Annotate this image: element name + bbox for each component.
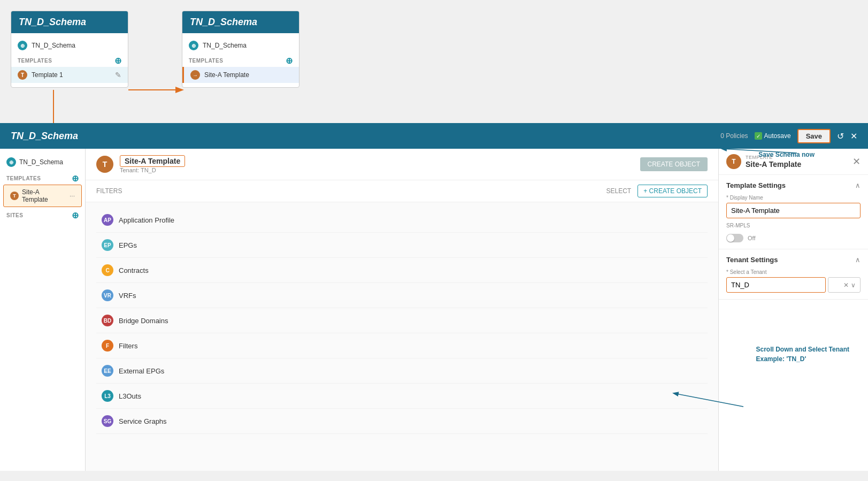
sidebar-template-item[interactable]: T Site-A Template ··· — [3, 185, 82, 207]
object-list: AP Application Profile EP EPGs C Contrac… — [86, 202, 718, 439]
object-item[interactable]: VR VRFs — [96, 283, 708, 308]
clear-icon[interactable]: ✕ — [843, 281, 849, 289]
object-item[interactable]: SG Service Graphs — [96, 409, 708, 434]
autosave-checkbox[interactable]: ✓ — [755, 132, 762, 140]
card1-template-edit-icon[interactable]: ✎ — [115, 71, 121, 79]
schema-card-1: TN_D_Schema ⊕ TN_D_Schema TEMPLATES ⊕ T … — [11, 11, 128, 88]
tenant-select-container: * Select a Tenant ✕ ∨ — [726, 269, 861, 293]
content-area: T Site-A Template Tenant: TN_D CREATE OB… — [86, 149, 718, 471]
tenant-settings-section: Tenant Settings ∧ * Select a Tenant ✕ ∨ — [719, 249, 868, 300]
filter-create-object-btn[interactable]: + CREATE OBJECT — [637, 185, 708, 197]
template-header-icon: T — [96, 156, 113, 173]
card2-schema-name: TN_D_Schema — [203, 42, 247, 49]
object-label: Contracts — [119, 266, 149, 274]
object-label: Application Profile — [119, 216, 174, 224]
sidebar-template-icon: T — [10, 192, 19, 200]
template-header: T Site-A Template Tenant: TN_D CREATE OB… — [86, 149, 718, 180]
object-item[interactable]: AP Application Profile — [96, 208, 708, 233]
chevron-down-icon[interactable]: ∨ — [851, 281, 856, 289]
object-icon: EP — [102, 239, 113, 251]
sidebar-template-name: Site-A Template — [22, 188, 66, 203]
object-icon: L3 — [102, 390, 113, 402]
card1-template-icon: T — [18, 70, 27, 80]
template-header-info: Site-A Template Tenant: TN_D — [120, 155, 634, 173]
object-label: Bridge Domains — [119, 317, 168, 325]
display-name-label: * Display Name — [726, 195, 861, 201]
topbar-autosave: ✓ Autosave — [755, 132, 791, 140]
template-settings-header: Template Settings ∧ — [726, 181, 861, 189]
template-settings-collapse-btn[interactable]: ∧ — [855, 181, 861, 189]
object-item[interactable]: EE External EPGs — [96, 358, 708, 384]
card2-schema-icon: ⊕ — [189, 41, 198, 50]
template-header-name: Site-A Template — [120, 155, 185, 167]
topbar-policies: 0 Policies — [720, 132, 748, 140]
card1-schema-row: ⊕ TN_D_Schema — [11, 37, 128, 54]
object-label: EPGs — [119, 241, 137, 249]
object-item[interactable]: L3 L3Outs — [96, 384, 708, 409]
filters-label: FILTERS — [96, 187, 122, 195]
card1-template-1[interactable]: T Template 1 ✎ — [11, 67, 128, 83]
sidebar-template-more-btn[interactable]: ··· — [70, 192, 75, 200]
refresh-button[interactable]: ↺ — [837, 131, 844, 141]
card1-schema-name: TN_D_Schema — [32, 42, 75, 49]
topbar: TN_D_Schema 0 Policies ✓ Autosave Save ↺… — [0, 123, 868, 149]
save-button[interactable]: Save — [797, 129, 831, 143]
object-item[interactable]: BD Bridge Domains — [96, 308, 708, 333]
sidebar-schema-icon: ⊕ — [6, 157, 16, 167]
filter-select-label[interactable]: SELECT — [606, 187, 632, 195]
toggle-off-label: Off — [748, 235, 755, 241]
object-item[interactable]: F Filters — [96, 333, 708, 358]
close-button[interactable]: ✕ — [850, 131, 857, 141]
card2-template-1[interactable]: → Site-A Template — [182, 67, 299, 83]
sidebar-schema-name: TN_D_Schema — [19, 158, 63, 166]
card1-title: TN_D_Schema — [11, 11, 128, 33]
tenant-settings-title: Tenant Settings — [726, 256, 778, 264]
object-icon: BD — [102, 315, 113, 326]
sidebar-add-site-btn[interactable]: ⊕ — [72, 210, 79, 220]
right-panel-icon: T — [726, 154, 741, 169]
topbar-actions: 0 Policies ✓ Autosave Save ↺ ✕ — [720, 129, 857, 143]
tenant-dropdown-btn[interactable]: ✕ ∨ — [828, 277, 861, 293]
template-settings-section: Template Settings ∧ * Display Name SR-MP… — [719, 175, 868, 249]
object-label: L3Outs — [119, 392, 141, 400]
tenant-settings-collapse-btn[interactable]: ∧ — [855, 256, 861, 264]
object-icon: AP — [102, 214, 113, 226]
card1-add-template-btn[interactable]: ⊕ — [114, 56, 122, 66]
object-icon: SG — [102, 415, 113, 427]
object-item[interactable]: EP EPGs — [96, 233, 708, 258]
card2-title: TN_D_Schema — [182, 11, 299, 33]
sidebar-add-template-btn[interactable]: ⊕ — [72, 173, 79, 184]
object-label: External EPGs — [119, 367, 164, 375]
sr-mpls-toggle[interactable] — [726, 234, 743, 242]
filter-actions: SELECT + CREATE OBJECT — [606, 185, 708, 197]
object-item[interactable]: C Contracts — [96, 258, 708, 283]
object-icon: EE — [102, 365, 113, 377]
main-layout: ⊕ TN_D_Schema TEMPLATES ⊕ T Site-A Templ… — [0, 149, 868, 471]
right-panel: T TEMPLATE Site-A Template ✕ Template Se… — [718, 149, 868, 471]
tenant-select-label: * Select a Tenant — [726, 269, 861, 275]
object-icon: VR — [102, 289, 113, 301]
card1-schema-icon: ⊕ — [18, 41, 27, 50]
autosave-label: Autosave — [764, 132, 791, 140]
create-object-button[interactable]: CREATE OBJECT — [640, 157, 708, 171]
sr-mpls-label: SR-MPLS — [726, 223, 861, 228]
right-panel-close-btn[interactable]: ✕ — [852, 156, 861, 167]
sidebar-schema-row: ⊕ TN_D_Schema — [0, 154, 85, 170]
tenant-input[interactable] — [726, 277, 826, 293]
object-label: Service Graphs — [119, 417, 167, 425]
card1-templates-label: TEMPLATES ⊕ — [11, 54, 128, 67]
template-header-tenant: Tenant: TN_D — [120, 167, 634, 173]
diagram-arrow-svg — [0, 0, 868, 123]
object-label: Filters — [119, 342, 137, 350]
filter-bar: FILTERS SELECT + CREATE OBJECT — [86, 180, 718, 202]
right-panel-header: T TEMPLATE Site-A Template ✕ — [719, 149, 868, 175]
right-panel-title-area: TEMPLATE Site-A Template — [746, 155, 801, 169]
object-icon: C — [102, 264, 113, 276]
card2-add-template-btn[interactable]: ⊕ — [286, 56, 293, 66]
tenant-settings-header: Tenant Settings ∧ — [726, 256, 861, 264]
schema-card-2: TN_D_Schema ⊕ TN_D_Schema TEMPLATES ⊕ → … — [182, 11, 299, 88]
sr-mpls-row: SR-MPLS Off — [726, 223, 861, 242]
tenant-select-wrapper: ✕ ∨ — [726, 277, 861, 293]
object-label: VRFs — [119, 292, 136, 300]
display-name-input[interactable] — [726, 203, 861, 218]
